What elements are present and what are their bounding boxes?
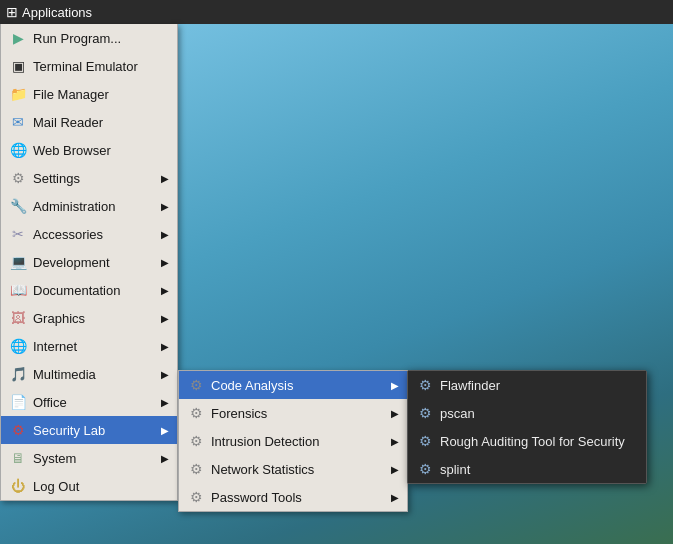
security-lab-label: Security Lab [33,423,161,438]
internet-label: Internet [33,339,161,354]
development-label: Development [33,255,161,270]
code-analysis-arrow: ▶ [391,380,399,391]
security-lab-icon: ⚙ [9,421,27,439]
code-analysis-submenu: ⚙ Flawfinder ⚙ pscan ⚙ Rough Auditing To… [407,370,647,484]
documentation-arrow: ▶ [161,285,169,296]
accessories-label: Accessories [33,227,161,242]
menu-item-terminal[interactable]: ▣ Terminal Emulator [1,52,177,80]
rough-auditing-label: Rough Auditing Tool for Security [440,434,638,449]
submenu-item-code-analysis[interactable]: ⚙ Code Analysis ▶ [179,371,407,399]
submenu-item-intrusion-detection[interactable]: ⚙ Intrusion Detection ▶ [179,427,407,455]
password-tools-label: Password Tools [211,490,391,505]
code-analysis-label: Code Analysis [211,378,391,393]
internet-arrow: ▶ [161,341,169,352]
menu-item-settings[interactable]: ⚙ Settings ▶ [1,164,177,192]
submenu-item-network-statistics[interactable]: ⚙ Network Statistics ▶ [179,455,407,483]
graphics-arrow: ▶ [161,313,169,324]
intrusion-detection-label: Intrusion Detection [211,434,391,449]
rough-auditing-icon: ⚙ [416,432,434,450]
forensics-arrow: ▶ [391,408,399,419]
graphics-label: Graphics [33,311,161,326]
applications-menu: ▶ Run Program... ▣ Terminal Emulator 📁 F… [0,24,178,501]
menu-item-file-manager[interactable]: 📁 File Manager [1,80,177,108]
applications-icon: ⊞ [6,4,18,20]
settings-icon: ⚙ [9,169,27,187]
log-out-label: Log Out [33,479,169,494]
administration-icon: 🔧 [9,197,27,215]
system-label: System [33,451,161,466]
administration-label: Administration [33,199,161,214]
web-browser-icon: 🌐 [9,141,27,159]
terminal-icon: ▣ [9,57,27,75]
run-program-icon: ▶ [9,29,27,47]
submenu-item-password-tools[interactable]: ⚙ Password Tools ▶ [179,483,407,511]
mail-reader-label: Mail Reader [33,115,169,130]
intrusion-detection-icon: ⚙ [187,432,205,450]
terminal-label: Terminal Emulator [33,59,169,74]
system-icon: 🖥 [9,449,27,467]
pscan-icon: ⚙ [416,404,434,422]
documentation-icon: 📖 [9,281,27,299]
menu-item-documentation[interactable]: 📖 Documentation ▶ [1,276,177,304]
password-tools-arrow: ▶ [391,492,399,503]
settings-label: Settings [33,171,161,186]
accessories-icon: ✂ [9,225,27,243]
menu-item-mail-reader[interactable]: ✉ Mail Reader [1,108,177,136]
forensics-label: Forensics [211,406,391,421]
submenu-item-pscan[interactable]: ⚙ pscan [408,399,646,427]
security-lab-submenu: ⚙ Code Analysis ▶ ⚙ Forensics ▶ ⚙ Intrus… [178,370,408,512]
menu-item-internet[interactable]: 🌐 Internet ▶ [1,332,177,360]
office-label: Office [33,395,161,410]
system-arrow: ▶ [161,453,169,464]
menu-item-web-browser[interactable]: 🌐 Web Browser [1,136,177,164]
file-manager-label: File Manager [33,87,169,102]
flawfinder-icon: ⚙ [416,376,434,394]
office-arrow: ▶ [161,397,169,408]
submenu-item-forensics[interactable]: ⚙ Forensics ▶ [179,399,407,427]
applications-menu-button[interactable]: ⊞ Applications [6,4,92,20]
network-statistics-label: Network Statistics [211,462,391,477]
network-statistics-icon: ⚙ [187,460,205,478]
multimedia-label: Multimedia [33,367,161,382]
menu-item-development[interactable]: 💻 Development ▶ [1,248,177,276]
taskbar[interactable]: ⊞ Applications [0,0,673,24]
menu-item-system[interactable]: 🖥 System ▶ [1,444,177,472]
menu-item-security-lab[interactable]: ⚙ Security Lab ▶ [1,416,177,444]
menu-item-log-out[interactable]: ⏻ Log Out [1,472,177,500]
submenu-item-rough-auditing[interactable]: ⚙ Rough Auditing Tool for Security [408,427,646,455]
splint-label: splint [440,462,638,477]
administration-arrow: ▶ [161,201,169,212]
pscan-label: pscan [440,406,638,421]
multimedia-icon: 🎵 [9,365,27,383]
network-statistics-arrow: ▶ [391,464,399,475]
web-browser-label: Web Browser [33,143,169,158]
development-icon: 💻 [9,253,27,271]
menu-item-multimedia[interactable]: 🎵 Multimedia ▶ [1,360,177,388]
file-manager-icon: 📁 [9,85,27,103]
security-lab-arrow: ▶ [161,425,169,436]
menu-item-run-program[interactable]: ▶ Run Program... [1,24,177,52]
documentation-label: Documentation [33,283,161,298]
development-arrow: ▶ [161,257,169,268]
office-icon: 📄 [9,393,27,411]
settings-arrow: ▶ [161,173,169,184]
accessories-arrow: ▶ [161,229,169,240]
splint-icon: ⚙ [416,460,434,478]
menu-item-graphics[interactable]: 🖼 Graphics ▶ [1,304,177,332]
menu-item-office[interactable]: 📄 Office ▶ [1,388,177,416]
applications-label: Applications [22,5,92,20]
menu-item-administration[interactable]: 🔧 Administration ▶ [1,192,177,220]
menu-item-accessories[interactable]: ✂ Accessories ▶ [1,220,177,248]
code-analysis-icon: ⚙ [187,376,205,394]
graphics-icon: 🖼 [9,309,27,327]
forensics-icon: ⚙ [187,404,205,422]
password-tools-icon: ⚙ [187,488,205,506]
submenu-item-splint[interactable]: ⚙ splint [408,455,646,483]
submenu-item-flawfinder[interactable]: ⚙ Flawfinder [408,371,646,399]
multimedia-arrow: ▶ [161,369,169,380]
log-out-icon: ⏻ [9,477,27,495]
intrusion-detection-arrow: ▶ [391,436,399,447]
run-program-label: Run Program... [33,31,169,46]
mail-reader-icon: ✉ [9,113,27,131]
flawfinder-label: Flawfinder [440,378,638,393]
